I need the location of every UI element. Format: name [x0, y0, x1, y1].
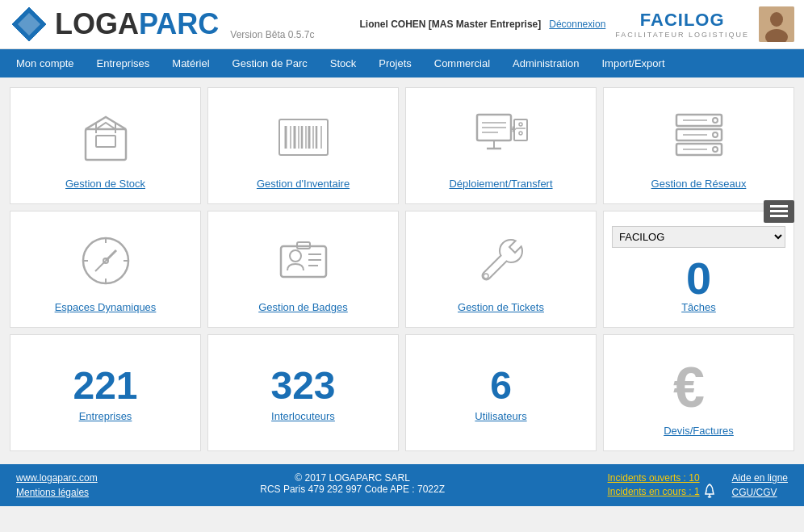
- svg-point-39: [713, 132, 718, 137]
- footer-link-logaparc[interactable]: www.logaparc.com: [16, 472, 98, 484]
- nav-administration[interactable]: Administration: [501, 49, 590, 77]
- footer-rcs: RCS Paris 479 292 997 Code APE : 7022Z: [260, 484, 445, 495]
- tiles-row3: 221 Entreprises 323 Interlocuteurs 6 Uti…: [10, 334, 794, 451]
- footer-incidents: Incidents ouverts : 10 Incidents en cour…: [608, 472, 716, 498]
- tile-label-deploiement: Déploiement/Transfert: [449, 178, 552, 190]
- facilog-logo: FACILOG FACILITATEUR LOGISTIQUE: [615, 10, 749, 39]
- tile-label-utilisateurs: Utilisateurs: [475, 410, 526, 422]
- tile-deploiement[interactable]: Déploiement/Transfert: [405, 87, 597, 204]
- svg-rect-52: [281, 246, 326, 277]
- svg-point-28: [519, 123, 522, 126]
- footer-right-area: Incidents ouverts : 10 Incidents en cour…: [608, 472, 788, 498]
- avatar-image: [759, 6, 794, 42]
- footer-left: www.logaparc.com Mentions légales: [16, 472, 98, 498]
- tile-icon-badges: [271, 228, 336, 293]
- tile-icon-tickets: [469, 228, 534, 293]
- tile-label-stock: Gestion de Stock: [65, 178, 145, 190]
- tile-reseaux[interactable]: Gestion de Réseaux: [603, 87, 794, 204]
- footer-copyright: © 2017 LOGAPARC SARL: [260, 472, 445, 484]
- entreprises-count: 221: [73, 367, 137, 405]
- svg-point-53: [290, 250, 301, 262]
- stock-icon: [73, 105, 138, 170]
- logo-area: LOGAPARC Version Bêta 0.5.7c: [10, 5, 314, 44]
- footer-link-mentions[interactable]: Mentions légales: [16, 487, 98, 498]
- tile-gestion-inventaire[interactable]: Gestion d'Inventaire: [207, 87, 399, 204]
- footer: www.logaparc.com Mentions légales © 2017…: [0, 464, 804, 506]
- tile-gestion-de-stock[interactable]: Gestion de Stock: [10, 87, 201, 204]
- tile-tickets[interactable]: Gestion de Tickets: [405, 211, 597, 328]
- taches-dropdown[interactable]: FACILOG: [612, 226, 785, 248]
- deploiement-icon: [469, 105, 534, 170]
- disconnect-link[interactable]: Déconnexion: [549, 19, 605, 30]
- version-text: Version Bêta 0.5.7c: [230, 29, 314, 40]
- svg-point-30: [519, 132, 522, 135]
- logo-text: LOGAPARC: [55, 7, 219, 41]
- footer-incidents-ongoing[interactable]: Incidents en cours : 1: [608, 486, 700, 497]
- tile-icon-reseaux: [667, 105, 731, 170]
- svg-point-40: [713, 147, 718, 152]
- tiles-row1: Gestion de Stock: [10, 87, 794, 204]
- hamburger-icon: [770, 205, 788, 218]
- right-header: Lionel COHEN [MAS Master Entreprise] Déc…: [360, 6, 794, 42]
- avatar: [759, 6, 794, 42]
- tickets-icon: [469, 228, 534, 293]
- user-info: Lionel COHEN [MAS Master Entreprise] Déc…: [360, 19, 606, 30]
- tile-label-inventaire: Gestion d'Inventaire: [257, 178, 350, 190]
- badges-icon: [271, 228, 336, 293]
- svg-point-3: [770, 12, 783, 27]
- tile-icon-inventaire: [271, 105, 336, 170]
- tile-icon-stock: [73, 105, 138, 170]
- tile-entreprises[interactable]: 221 Entreprises: [10, 334, 201, 451]
- tile-icon-espaces: [73, 228, 138, 293]
- nav-commercial[interactable]: Commercial: [423, 49, 501, 77]
- utilisateurs-count: 6: [490, 367, 512, 405]
- footer-cgu[interactable]: CGU/CGV: [732, 487, 788, 498]
- bell-icon: [703, 484, 716, 498]
- euro-icon: €: [667, 352, 731, 417]
- svg-point-38: [713, 118, 718, 123]
- svg-rect-11: [96, 136, 115, 147]
- tile-label-tickets: Gestion de Tickets: [458, 301, 544, 313]
- tile-label-taches[interactable]: Tâches: [681, 301, 716, 313]
- svg-point-58: [484, 274, 488, 279]
- nav-stock[interactable]: Stock: [319, 49, 368, 77]
- nav-gestion-de-parc[interactable]: Gestion de Parc: [221, 49, 319, 77]
- svg-line-51: [95, 261, 106, 271]
- inventaire-icon: [271, 105, 336, 170]
- footer-incidents-open[interactable]: Incidents ouverts : 10: [608, 472, 716, 484]
- svg-rect-7: [770, 215, 788, 217]
- svg-text:€: €: [673, 356, 705, 417]
- reseaux-icon: [667, 105, 731, 170]
- facilog-sub: FACILITATEUR LOGISTIQUE: [615, 31, 749, 39]
- svg-rect-5: [770, 205, 788, 207]
- sidebar-toggle[interactable]: [764, 200, 794, 223]
- nav-mon-compte[interactable]: Mon compte: [5, 49, 86, 77]
- taches-count: 0: [686, 256, 711, 301]
- tile-icon-deploiement: [469, 105, 534, 170]
- tile-label-reseaux: Gestion de Réseaux: [651, 178, 747, 190]
- nav-projets[interactable]: Projets: [367, 49, 422, 77]
- tiles-area: Gestion de Stock: [10, 87, 794, 451]
- tile-label-interlocuteurs: Interlocuteurs: [271, 410, 335, 422]
- footer-center: © 2017 LOGAPARC SARL RCS Paris 479 292 9…: [260, 472, 445, 495]
- nav-import-export[interactable]: Import/Export: [590, 49, 676, 77]
- tile-taches: FACILOG 0 Tâches: [603, 211, 794, 328]
- tile-label-badges: Gestion de Badges: [258, 301, 348, 313]
- tile-badges[interactable]: Gestion de Badges: [207, 211, 399, 328]
- content-wrapper: Gestion de Stock: [0, 77, 804, 461]
- interlocuteurs-count: 323: [270, 367, 335, 405]
- tiles-row2: Espaces Dynamiques: [10, 211, 794, 328]
- tile-label-espaces: Espaces Dynamiques: [55, 301, 157, 313]
- facilog-brand: FACILOG: [640, 10, 725, 31]
- footer-links: Aide en ligne CGU/CGV: [732, 472, 788, 498]
- tile-utilisateurs[interactable]: 6 Utilisateurs: [405, 334, 597, 451]
- svg-line-50: [106, 250, 116, 261]
- svg-rect-6: [770, 210, 788, 212]
- footer-aide[interactable]: Aide en ligne: [732, 472, 788, 484]
- tile-interlocuteurs[interactable]: 323 Interlocuteurs: [207, 334, 399, 451]
- nav-materiel[interactable]: Matériel: [161, 49, 220, 77]
- nav-entreprises[interactable]: Entreprises: [86, 49, 161, 77]
- tile-espaces[interactable]: Espaces Dynamiques: [10, 211, 201, 328]
- tile-devis-factures[interactable]: € Devis/Factures: [603, 334, 794, 451]
- logo-diamond-icon: [10, 5, 48, 44]
